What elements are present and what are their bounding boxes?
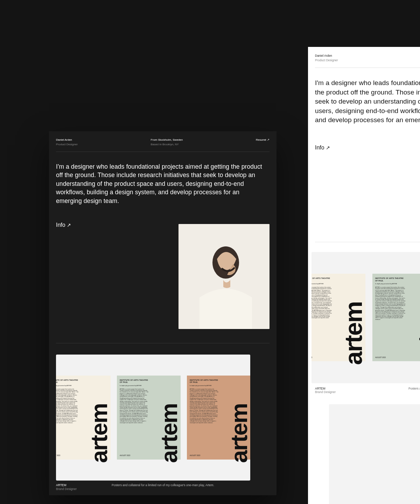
designer-role: Product Designer xyxy=(315,58,338,62)
header-name-block: Daniel Arden Product Designer xyxy=(315,54,338,63)
info-link-light[interactable]: Info ↗ xyxy=(315,145,330,151)
project-card-artem-light[interactable]: INSTITUTE OF ARTS THEATRE OF PAUL In dep… xyxy=(312,252,420,383)
section-divider xyxy=(56,343,270,343)
header-row: Daniel Arden Product Designer From Stock… xyxy=(56,138,270,152)
designer-name: Daniel Arden xyxy=(56,138,78,142)
profile-photo xyxy=(178,224,270,329)
designer-name: Daniel Arden xyxy=(315,54,338,58)
poster-cream: INSTITUTE OF ARTS THEATRE OF PAUL In dep… xyxy=(56,376,111,460)
info-label: Info xyxy=(56,222,65,228)
header-resume-block[interactable]: Resumé ↗ xyxy=(256,138,270,147)
project-title: ARTEM xyxy=(56,483,77,487)
arrow-up-right-icon: ↗ xyxy=(326,145,330,150)
intro-paragraph-light: I'm a designer who leads foundational pr… xyxy=(315,78,420,125)
project-caption-light: ARTEM Brand Designer Posters and collate… xyxy=(315,387,420,394)
project-title: ARTEM xyxy=(315,387,336,390)
section-divider-light xyxy=(315,242,420,242)
poster-cream: INSTITUTE OF ARTS THEATRE OF PAUL In dep… xyxy=(312,274,365,361)
project-desc: Posters and collateral for a limited run… xyxy=(408,387,420,394)
intro-paragraph: I'm a designer who leads foundational pr… xyxy=(56,162,266,205)
project-desc: Posters and collateral for a limited run… xyxy=(112,483,214,491)
portfolio-dark-panel: Daniel Arden Product Designer From Stock… xyxy=(49,131,276,495)
resume-link[interactable]: Resumé ↗ xyxy=(256,138,270,142)
poster-body: ARTEM is a creative project that involve… xyxy=(56,388,78,424)
project-card-artem[interactable]: INSTITUTE OF ARTS THEATRE OF PAUL In dep… xyxy=(56,355,250,481)
header-row-light: Daniel Arden Product Designer From Stock… xyxy=(315,54,420,68)
poster-date: AUGUST 2023 xyxy=(56,455,60,457)
poster-clay: INSTITUTE OF ARTS THEATRE OF PAUL In dep… xyxy=(187,376,250,460)
location-from: From Stockholm, Sweden xyxy=(151,138,183,142)
poster-sage: INSTITUTE OF ARTS THEATRE OF PAUL In dep… xyxy=(372,274,420,361)
info-label: Info xyxy=(315,145,324,151)
poster-sage: INSTITUTE OF ARTS THEATRE OF PAUL In dep… xyxy=(117,376,181,460)
portfolio-light-panel: Daniel Arden Product Designer From Stock… xyxy=(308,47,420,504)
poster-word: artem xyxy=(90,404,108,463)
project-role: Brand Designer xyxy=(56,487,77,491)
designer-role: Product Designer xyxy=(56,143,78,147)
header-name-block: Daniel Arden Product Designer xyxy=(56,138,78,147)
project-role: Brand Designer xyxy=(315,390,336,394)
poster-subheading: In depth play presented by ARTEM xyxy=(56,385,78,386)
poster-heading: INSTITUTE OF ARTS THEATRE OF PAUL xyxy=(56,379,78,384)
info-link[interactable]: Info ↗ xyxy=(56,222,71,228)
project-caption: ARTEM Brand Designer Posters and collate… xyxy=(56,483,214,491)
arrow-up-right-icon: ↗ xyxy=(67,222,71,228)
header-location-block: From Stockholm, Sweden Based in Brooklyn… xyxy=(151,138,183,147)
location-based: Based in Brooklyn, NY xyxy=(151,143,183,147)
project-card-second[interactable]: MASTER ◐ xyxy=(329,404,420,504)
